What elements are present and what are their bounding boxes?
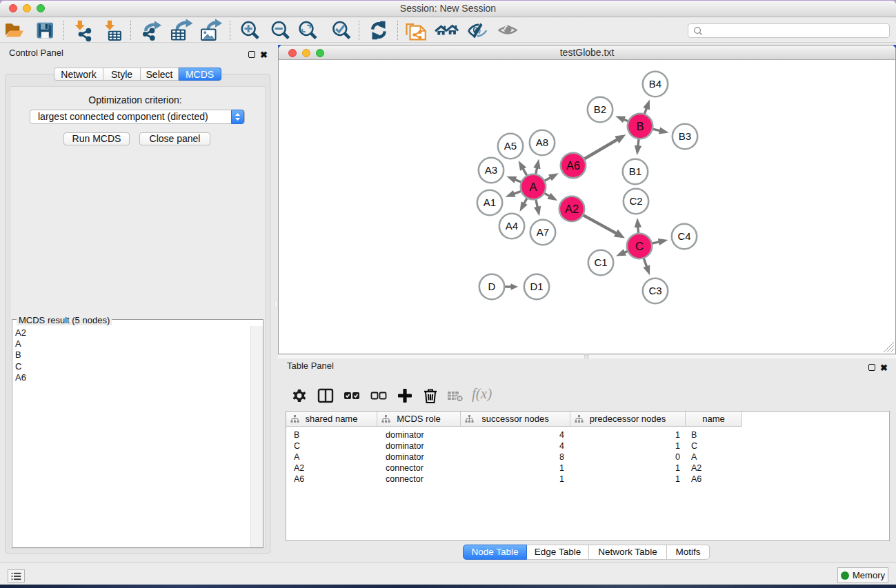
svg-text:B2: B2 — [594, 103, 606, 115]
svg-text:A: A — [529, 181, 537, 193]
svg-text:C2: C2 — [629, 195, 642, 207]
svg-text:B3: B3 — [679, 130, 691, 142]
svg-text:A6: A6 — [566, 159, 580, 172]
svg-text:A7: A7 — [537, 226, 549, 238]
svg-text:B1: B1 — [629, 165, 641, 177]
svg-text:A3: A3 — [485, 164, 497, 176]
svg-text:D: D — [488, 281, 496, 292]
svg-text:B4: B4 — [649, 78, 661, 90]
svg-text:D1: D1 — [530, 281, 543, 292]
svg-text:C4: C4 — [677, 230, 690, 242]
svg-text:C: C — [635, 240, 644, 252]
svg-text:A8: A8 — [536, 136, 548, 148]
svg-text:C3: C3 — [648, 285, 661, 296]
svg-text:C1: C1 — [594, 256, 607, 268]
svg-text:B: B — [636, 120, 644, 132]
svg-text:A5: A5 — [504, 140, 517, 152]
svg-text:A4: A4 — [506, 220, 518, 232]
svg-text:A2: A2 — [565, 203, 579, 215]
svg-text:A1: A1 — [484, 196, 496, 208]
